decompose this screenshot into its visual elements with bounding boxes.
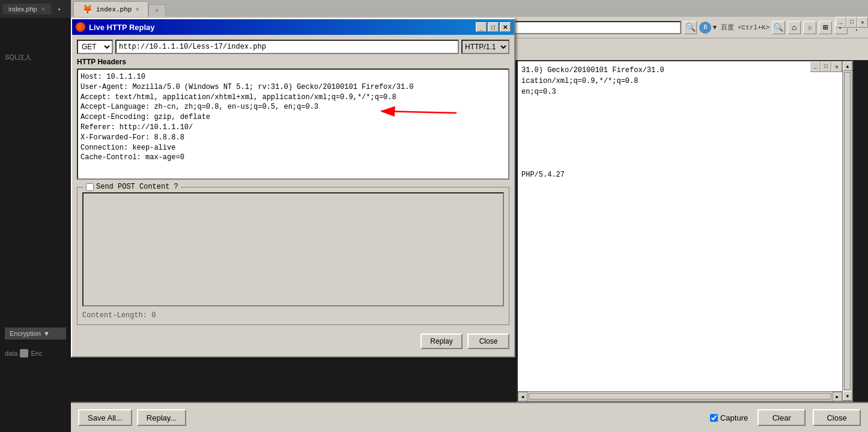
dialog-maximize-btn[interactable]: □ bbox=[488, 22, 499, 32]
bg-line-1: 31.0) Gecko/20100101 Firefox/31.0 bbox=[521, 65, 848, 76]
left-sidebar: index.php × + SQL注入 Encryption ▼ data En… bbox=[0, 0, 71, 402]
dialog-buttons-row: Replay Close bbox=[77, 331, 509, 351]
clear-close-area: Clear Close bbox=[757, 409, 861, 426]
star-icon[interactable]: ☆ bbox=[803, 21, 816, 34]
horizontal-scrollbar[interactable]: ◀ ▶ bbox=[518, 391, 842, 401]
encryption-label: Encryption bbox=[10, 330, 41, 337]
rp-minimize-btn[interactable]: _ bbox=[810, 61, 821, 72]
baidu-area: B ▼ 百度 <Ctrl+K> bbox=[699, 22, 769, 34]
capture-label: Capture bbox=[720, 413, 748, 422]
post-checkbox[interactable] bbox=[86, 183, 94, 191]
browser-tab[interactable]: 🦊 index.php × bbox=[73, 1, 148, 17]
post-content-textarea[interactable] bbox=[82, 192, 504, 306]
dialog-body: GET POST PUT DELETE HTTP/1.1 HTTP/1.0 HT… bbox=[72, 35, 514, 356]
encryption-area: Encryption ▼ bbox=[0, 325, 71, 342]
browser-tab-row: 🦊 index.php × + bbox=[71, 0, 868, 17]
post-checkbox-label: Send POST Content ? bbox=[83, 183, 181, 191]
titlebar-buttons: _ □ ✕ bbox=[476, 22, 511, 32]
post-content-section: Send POST Content ? Content-Length: 0 bbox=[77, 187, 509, 325]
vertical-scrollbar[interactable]: ▲ ▼ bbox=[842, 61, 852, 401]
data-label: data bbox=[5, 350, 17, 357]
dialog-titlebar: Live HTTP Replay _ □ ✕ bbox=[72, 19, 514, 35]
encryption-dropdown-icon: ▼ bbox=[43, 330, 50, 337]
tab-bar: index.php × + bbox=[0, 0, 71, 18]
enc-label: Enc bbox=[31, 350, 42, 357]
bottom-close-button[interactable]: Close bbox=[813, 409, 861, 426]
post-label-text: Send POST Content ? bbox=[96, 183, 178, 191]
clear-button[interactable]: Clear bbox=[757, 409, 806, 426]
url-input[interactable] bbox=[115, 40, 459, 54]
tab-close-icon[interactable]: × bbox=[41, 5, 45, 13]
scroll-left-btn[interactable]: ◀ bbox=[518, 392, 527, 401]
replay-button[interactable]: Replay bbox=[420, 333, 463, 349]
h-scroll-thumb[interactable] bbox=[529, 393, 831, 400]
left-panel-bg: SQL注入 Encryption ▼ data Enc bbox=[0, 18, 71, 402]
firefox-tab-icon: 🦊 bbox=[82, 4, 93, 14]
bottom-toolbar: Save All... Replay... Capture Clear Clos… bbox=[71, 402, 868, 432]
bg-maximize-btn[interactable]: □ bbox=[846, 17, 857, 28]
zoom-icon[interactable]: 🔍 bbox=[772, 21, 785, 34]
rp-close-btn[interactable]: ✕ bbox=[831, 61, 842, 72]
headers-section-label: HTTP Headers bbox=[77, 58, 509, 66]
title-left: Live HTTP Replay bbox=[76, 22, 155, 32]
bookmark-icon[interactable]: ⊞ bbox=[819, 21, 832, 34]
url-row: GET POST PUT DELETE HTTP/1.1 HTTP/1.0 bbox=[77, 40, 509, 54]
http-version-select[interactable]: HTTP/1.1 HTTP/1.0 bbox=[461, 40, 509, 54]
tab-add[interactable]: + bbox=[52, 4, 65, 14]
dialog-close-btn[interactable]: ✕ bbox=[500, 22, 511, 32]
bg-window-controls: _ □ ✕ bbox=[836, 17, 868, 28]
dialog-minimize-btn[interactable]: _ bbox=[476, 22, 487, 32]
data-area: data Enc bbox=[0, 347, 71, 360]
capture-checkbox[interactable] bbox=[710, 414, 718, 422]
dialog-firefox-icon bbox=[76, 22, 85, 32]
save-all-button[interactable]: Save All... bbox=[78, 409, 132, 426]
new-tab-btn[interactable]: + bbox=[148, 4, 166, 17]
browser-tab-close[interactable]: × bbox=[135, 6, 139, 13]
content-length-value: 0 bbox=[151, 311, 156, 320]
bg-line-2: ication/xml;q=0.9,*/*;q=0.8 bbox=[521, 76, 848, 87]
scroll-thumb[interactable] bbox=[844, 72, 851, 390]
headers-textarea[interactable]: Host: 10.1.1.10 User-Agent: Mozilla/5.0 … bbox=[77, 68, 509, 180]
baidu-icon: B bbox=[699, 22, 711, 34]
capture-area: Capture bbox=[710, 413, 748, 422]
bg-minimize-btn[interactable]: _ bbox=[836, 17, 846, 28]
home-icon[interactable]: ⌂ bbox=[788, 21, 801, 34]
close-button[interactable]: Close bbox=[467, 333, 509, 349]
scroll-down-btn[interactable]: ▼ bbox=[843, 391, 852, 401]
content-length-label: Content-Length: bbox=[82, 311, 147, 320]
baidu-label: ▼ 百度 <Ctrl+K> bbox=[712, 23, 769, 32]
rp-maximize-btn[interactable]: □ bbox=[821, 61, 831, 72]
tab-index-php[interactable]: index.php × bbox=[2, 4, 51, 14]
bg-line-3: en;q=0.3 bbox=[521, 87, 848, 97]
bg-right-text-content: 31.0) Gecko/20100101 Firefox/31.0 icatio… bbox=[518, 61, 852, 184]
bg-spacer bbox=[521, 97, 848, 169]
enc-checkbox[interactable] bbox=[20, 349, 28, 357]
right-panel-controls: _ □ ✕ bbox=[810, 61, 842, 72]
dialog-title: Live HTTP Replay bbox=[89, 23, 155, 32]
tab-label: index.php bbox=[8, 5, 37, 13]
bg-line-php: PHP/5.4.27 bbox=[521, 169, 848, 180]
bg-close-btn[interactable]: ✕ bbox=[857, 17, 868, 28]
bg-right-panel: 31.0) Gecko/20100101 Firefox/31.0 icatio… bbox=[517, 60, 853, 402]
live-http-replay-dialog: Live HTTP Replay _ □ ✕ GET POST PUT DELE… bbox=[71, 18, 515, 357]
search-icon[interactable]: 🔍 bbox=[684, 21, 697, 34]
bottom-replay-button[interactable]: Replay... bbox=[137, 409, 186, 426]
content-length-area: Content-Length: 0 bbox=[82, 311, 504, 320]
scroll-up-btn[interactable]: ▲ bbox=[843, 61, 852, 71]
scroll-right-btn[interactable]: ▶ bbox=[833, 392, 842, 401]
left-panel-text: SQL注入 bbox=[0, 18, 71, 67]
browser-tab-label: index.php bbox=[96, 6, 132, 13]
encryption-menu[interactable]: Encryption ▼ bbox=[5, 327, 66, 339]
method-select[interactable]: GET POST PUT DELETE bbox=[77, 40, 113, 54]
